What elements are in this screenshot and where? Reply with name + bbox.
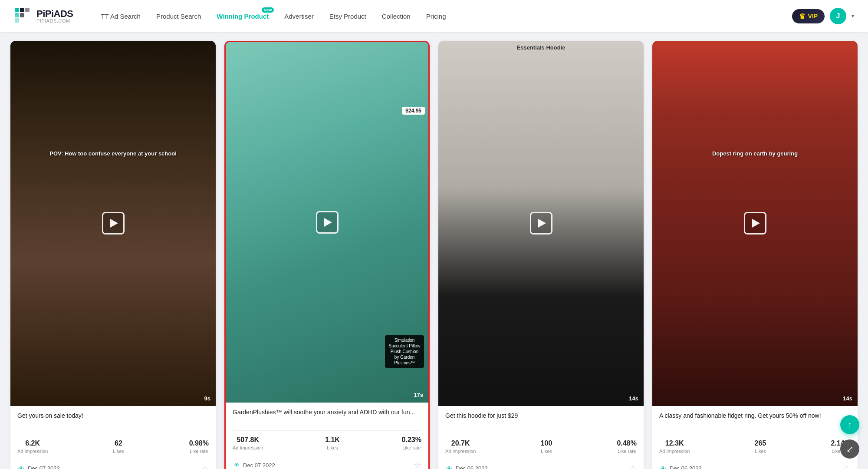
nav-winning-product[interactable]: Winning Product New (210, 9, 276, 23)
stat-likes-value-2: 1.1K (325, 436, 340, 444)
nav-pricing[interactable]: Pricing (419, 9, 453, 23)
stat-likes-value-1: 62 (115, 439, 122, 447)
expand-button[interactable]: ⤢ (840, 439, 859, 459)
eye-icon-2: 👁 (233, 461, 240, 469)
star-icon-2[interactable]: ☆ (414, 460, 421, 469)
stat-impression-value-3: 20.7K (451, 439, 470, 447)
play-button-3[interactable] (530, 212, 552, 234)
stat-likerate-label-2: Like rate (402, 445, 421, 450)
stat-impression-value-2: 507.8K (237, 436, 259, 444)
stats-row-3: 20.7K Ad Impression 100 Likes 0.48% Like… (445, 434, 637, 459)
crown-icon: ♛ (799, 12, 805, 20)
nav-product-search[interactable]: Product Search (149, 9, 208, 23)
stat-likes-1: 62 Likes (113, 439, 124, 454)
nav-tt-ad-search[interactable]: TT Ad Search (94, 9, 148, 23)
svg-rect-5 (25, 8, 30, 12)
date-label-4: Dec 06 2022 (670, 465, 702, 469)
card-footer-2: 👁 Dec 07 2022 ☆ (233, 456, 421, 469)
nav-etsy-product[interactable]: Etsy Product (322, 9, 373, 23)
cards-grid: POV: How too confuse everyone at your sc… (0, 32, 868, 469)
stat-impression-label-2: Ad Impression (233, 445, 263, 450)
card-footer-4: 👁 Dec 06 2022 ☆ (659, 459, 851, 469)
svg-rect-3 (20, 8, 24, 12)
scroll-to-top-button[interactable]: ↑ (840, 415, 859, 434)
stat-impression-label-4: Ad Impression (659, 449, 690, 454)
product-label-2: Simulation Succulent Pillow Plush Cushio… (385, 335, 424, 368)
stat-impression-1: 6.2K Ad Impression (17, 439, 48, 454)
date-wrap-1: 👁 Dec 07 2022 (17, 465, 60, 469)
play-triangle-icon-4 (752, 219, 760, 228)
vip-label: VIP (808, 13, 818, 20)
stat-likes-value-3: 100 (541, 439, 552, 447)
svg-rect-2 (15, 18, 19, 23)
stat-likes-label-1: Likes (113, 449, 124, 454)
nav-links: TT Ad Search Product Search Winning Prod… (94, 9, 792, 23)
stat-likerate-value-2: 0.23% (402, 436, 421, 444)
card-title-1: Get yours on sale today! (17, 412, 209, 429)
play-triangle-icon-3 (538, 219, 546, 228)
essentials-label-3: Essentials Hoodie (438, 44, 644, 51)
play-button-2[interactable] (316, 211, 339, 234)
date-label-2: Dec 07 2022 (243, 462, 275, 469)
logo-text: PiPiADS (36, 9, 73, 19)
ad-card-1: POV: How too confuse everyone at your sc… (10, 41, 216, 469)
card-body-3: Get this hoodie for just $29 20.7K Ad Im… (438, 406, 644, 469)
stat-likes-label-4: Likes (755, 449, 766, 454)
svg-rect-1 (15, 13, 19, 17)
eye-icon-1: 👁 (17, 465, 25, 469)
stat-impression-4: 12.3K Ad Impression (659, 439, 690, 454)
eye-icon-3: 👁 (445, 465, 453, 469)
video-overlay-text-4: Dopest ring on earth by geuring (652, 150, 858, 157)
stat-likerate-1: 0.98% Like rate (189, 439, 209, 454)
play-button-1[interactable] (102, 212, 125, 234)
stat-likerate-label-3: Like rate (618, 449, 636, 454)
stats-row-1: 6.2K Ad Impression 62 Likes 0.98% Like r… (17, 434, 209, 459)
stat-impression-value-1: 6.2K (25, 439, 40, 447)
video-thumbnail-4[interactable]: Dopest ring on earth by geuring 14s (652, 41, 858, 406)
avatar[interactable]: J (830, 8, 846, 24)
duration-badge-4: 14s (843, 395, 852, 402)
date-wrap-2: 👁 Dec 07 2022 (233, 461, 275, 469)
video-thumbnail-1[interactable]: POV: How too confuse everyone at your sc… (10, 41, 216, 406)
card-body-2: GardenPlushies™ will soothe your anxiety… (226, 403, 428, 469)
svg-rect-0 (15, 8, 19, 12)
star-icon-1[interactable]: ☆ (201, 463, 209, 469)
logo-subtext: PIPIADS.COM (36, 19, 73, 23)
date-wrap-4: 👁 Dec 06 2022 (659, 465, 702, 469)
price-badge-2: $24.95 (402, 107, 425, 115)
play-triangle-icon-1 (110, 219, 118, 228)
duration-badge-2: 17s (414, 392, 423, 398)
stat-likerate-2: 0.23% Like rate (402, 436, 421, 450)
nav-advertiser[interactable]: Advertiser (277, 9, 321, 23)
stat-likes-label-3: Likes (541, 449, 552, 454)
svg-rect-4 (20, 13, 24, 17)
stat-likes-4: 265 Likes (755, 439, 766, 454)
card-title-2: GardenPlushies™ will soothe your anxiety… (233, 409, 421, 425)
nav-collection[interactable]: Collection (375, 9, 418, 23)
star-icon-4[interactable]: ☆ (843, 463, 851, 469)
stat-likerate-value-1: 0.98% (189, 439, 209, 447)
card-footer-3: 👁 Dec 06 2022 ☆ (445, 459, 637, 469)
duration-badge-3: 14s (629, 395, 638, 402)
video-thumbnail-3[interactable]: Essentials Hoodie 14s (438, 41, 644, 406)
video-thumbnail-2[interactable]: $24.95 Simulation Succulent Pillow Plush… (226, 42, 428, 403)
stats-row-2: 507.8K Ad Impression 1.1K Likes 0.23% Li… (233, 430, 421, 456)
eye-icon-4: 👁 (659, 465, 667, 469)
card-body-4: A classy and fashionable fidget ring. Ge… (652, 406, 858, 469)
stat-impression-label-1: Ad Impression (17, 449, 48, 454)
star-icon-3[interactable]: ☆ (629, 463, 637, 469)
play-triangle-icon-2 (324, 218, 332, 227)
play-button-4[interactable] (744, 212, 766, 234)
stat-likerate-value-3: 0.48% (617, 439, 637, 447)
stats-row-4: 12.3K Ad Impression 265 Likes 2.14% Like… (659, 434, 851, 459)
logo[interactable]: PiPiADS PIPIADS.COM (14, 7, 73, 25)
stat-likes-label-2: Likes (327, 445, 338, 450)
card-body-1: Get yours on sale today! 6.2K Ad Impress… (10, 406, 216, 469)
vip-button[interactable]: ♛ VIP (792, 9, 825, 23)
nav-right: ♛ VIP J ▾ (792, 8, 854, 24)
stat-likerate-label-1: Like rate (190, 449, 208, 454)
stat-likes-2: 1.1K Likes (325, 436, 340, 450)
ad-card-2: $24.95 Simulation Succulent Pillow Plush… (224, 41, 430, 469)
dropdown-caret-icon[interactable]: ▾ (852, 13, 854, 19)
stat-likerate-3: 0.48% Like rate (617, 439, 637, 454)
